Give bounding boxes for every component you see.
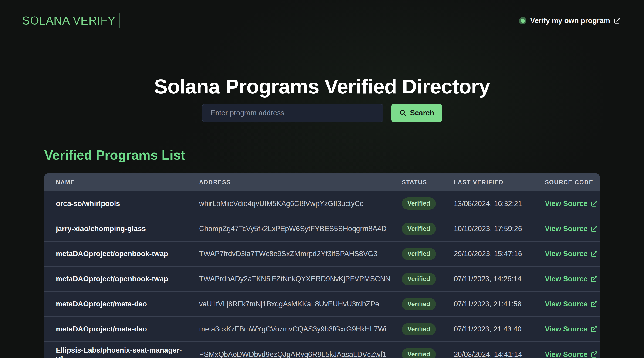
table-header-row: NAME ADDRESS STATUS LAST VERIFIED SOURCE… xyxy=(44,174,600,191)
view-source-label: View Source xyxy=(545,350,588,358)
view-source-link[interactable]: View Source xyxy=(545,300,598,308)
column-header-address: ADDRESS xyxy=(188,174,390,191)
top-nav: SOLANA VERIFY Verify my own program xyxy=(0,0,644,28)
program-address: whirLbMiicVdio4qvUfM5KAg6Ct8VwpYzGff3uct… xyxy=(188,191,390,216)
program-address: meta3cxKzFBmWYgCVozmvCQAS3y9b3fGxrG9HkHL… xyxy=(188,317,390,342)
program-address: TWAP7frdvD3ia7TWc8e9SxZMmrpd2Yf3ifSPAHS8… xyxy=(188,241,390,266)
view-source-link[interactable]: View Source xyxy=(545,350,598,358)
source-code-cell: View Source xyxy=(533,241,600,266)
table-row: jarry-xiao/chomping-glass ChompZg47TcVy5… xyxy=(44,216,600,241)
table-row: orca-so/whirlpools whirLbMiicVdio4qvUfM5… xyxy=(44,191,600,216)
column-header-source-code: SOURCE CODE xyxy=(533,174,600,191)
program-name: Ellipsis-Labs/phoenix-seat-manager-v1 xyxy=(44,342,188,358)
view-source-link[interactable]: View Source xyxy=(545,199,598,208)
last-verified-date: 29/10/2023, 15:47:16 xyxy=(442,241,533,266)
main-content: Solana Programs Verified Directory Searc… xyxy=(0,76,644,358)
external-link-icon xyxy=(591,301,598,308)
search-input[interactable] xyxy=(202,104,384,122)
source-code-cell: View Source xyxy=(533,216,600,241)
table-row: Ellipsis-Labs/phoenix-seat-manager-v1 PS… xyxy=(44,342,600,358)
external-link-icon xyxy=(591,351,598,358)
program-name: metaDAOproject/meta-dao xyxy=(44,317,188,342)
view-source-label: View Source xyxy=(545,325,588,333)
program-name: orca-so/whirlpools xyxy=(44,191,188,216)
program-address: PSMxQbAoDWDbvd9ezQJgARyq6R9L5kJAasaLDVcZ… xyxy=(188,342,390,358)
program-status-cell: Verified xyxy=(390,342,442,358)
view-source-link[interactable]: View Source xyxy=(545,325,598,333)
status-badge: Verified xyxy=(402,348,436,358)
program-name: metaDAOproject/meta-dao xyxy=(44,292,188,317)
column-header-name: NAME xyxy=(44,174,188,191)
program-address: ChompZg47TcVy5fk2LxPEpW6SytFYBES5SHoqgrm… xyxy=(188,216,390,241)
brand-logo[interactable]: SOLANA VERIFY xyxy=(22,13,120,28)
program-address: TWAPrdhADy2aTKN5iFZtNnkQYXERD9NvKjPFVPMS… xyxy=(188,266,390,292)
source-code-cell: View Source xyxy=(533,191,600,216)
table-row: metaDAOproject/openbook-twap TWAP7frdvD3… xyxy=(44,241,600,266)
view-source-label: View Source xyxy=(545,275,588,283)
last-verified-date: 10/10/2023, 17:59:26 xyxy=(442,216,533,241)
external-link-icon xyxy=(591,326,598,333)
search-button-label: Search xyxy=(410,109,434,117)
external-link-icon xyxy=(614,17,621,24)
program-name: metaDAOproject/openbook-twap xyxy=(44,266,188,292)
program-status-cell: Verified xyxy=(390,241,442,266)
external-link-icon xyxy=(591,275,598,282)
column-header-last-verified: LAST VERIFIED xyxy=(442,174,533,191)
search-button[interactable]: Search xyxy=(391,104,442,122)
view-source-link[interactable]: View Source xyxy=(545,225,598,233)
view-source-label: View Source xyxy=(545,300,588,308)
last-verified-date: 13/08/2024, 16:32:21 xyxy=(442,191,533,216)
logo-cursor xyxy=(119,13,120,28)
section-heading: Verified Programs List xyxy=(44,147,600,163)
program-status-cell: Verified xyxy=(390,266,442,292)
program-status-cell: Verified xyxy=(390,191,442,216)
column-header-status: STATUS xyxy=(390,174,442,191)
verify-own-program-link[interactable]: Verify my own program xyxy=(519,16,621,25)
source-code-cell: View Source xyxy=(533,317,600,342)
source-code-cell: View Source xyxy=(533,342,600,358)
search-icon xyxy=(399,109,407,117)
view-source-link[interactable]: View Source xyxy=(545,250,598,258)
verify-own-program-label: Verify my own program xyxy=(530,16,610,25)
external-link-icon xyxy=(591,250,598,257)
status-badge: Verified xyxy=(402,323,436,336)
program-status-cell: Verified xyxy=(390,317,442,342)
external-link-icon xyxy=(591,200,598,207)
last-verified-date: 07/11/2023, 21:41:58 xyxy=(442,292,533,317)
external-link-icon xyxy=(591,225,598,232)
source-code-cell: View Source xyxy=(533,292,600,317)
program-name: metaDAOproject/openbook-twap xyxy=(44,241,188,266)
status-badge: Verified xyxy=(402,223,436,235)
last-verified-date: 07/11/2023, 14:26:14 xyxy=(442,266,533,292)
brand-logo-text: SOLANA VERIFY xyxy=(22,14,116,27)
status-badge: Verified xyxy=(402,248,436,260)
verified-programs-section: Verified Programs List NAME ADDRESS STAT… xyxy=(44,147,600,358)
program-address: vaU1tVLj8RFk7mNj1BxqgAsMKKaL8UvEUHvU3tdb… xyxy=(188,292,390,317)
last-verified-date: 20/03/2024, 14:41:14 xyxy=(442,342,533,358)
view-source-label: View Source xyxy=(545,250,588,258)
last-verified-date: 07/11/2023, 21:43:40 xyxy=(442,317,533,342)
status-dot-icon xyxy=(519,17,526,24)
status-badge: Verified xyxy=(402,197,436,210)
program-status-cell: Verified xyxy=(390,216,442,241)
search-bar: Search xyxy=(0,104,644,122)
status-badge: Verified xyxy=(402,273,436,285)
page-title: Solana Programs Verified Directory xyxy=(0,76,644,97)
program-name: jarry-xiao/chomping-glass xyxy=(44,216,188,241)
table-row: metaDAOproject/meta-dao meta3cxKzFBmWYgC… xyxy=(44,317,600,342)
program-status-cell: Verified xyxy=(390,292,442,317)
table-row: metaDAOproject/meta-dao vaU1tVLj8RFk7mNj… xyxy=(44,292,600,317)
source-code-cell: View Source xyxy=(533,266,600,292)
view-source-label: View Source xyxy=(545,225,588,233)
view-source-label: View Source xyxy=(545,199,588,208)
status-badge: Verified xyxy=(402,298,436,310)
programs-table-body: orca-so/whirlpools whirLbMiicVdio4qvUfM5… xyxy=(44,191,600,358)
view-source-link[interactable]: View Source xyxy=(545,275,598,283)
programs-table: NAME ADDRESS STATUS LAST VERIFIED SOURCE… xyxy=(44,174,600,358)
table-row: metaDAOproject/openbook-twap TWAPrdhADy2… xyxy=(44,266,600,292)
